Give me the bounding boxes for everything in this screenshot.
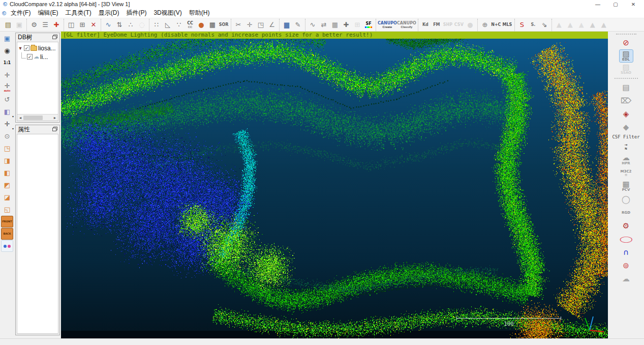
menu-item-6[interactable]: 帮助(H): [186, 9, 213, 17]
visibility-checkbox[interactable]: ✓: [24, 45, 29, 51]
screenshot-camera-icon[interactable]: ◉: [1, 45, 13, 56]
scale-bar-label: 100: [456, 321, 561, 327]
mdi-child-icon: ©: [2, 10, 6, 16]
noise-filter-icon[interactable]: ∷: [151, 19, 162, 31]
delete-icon[interactable]: ✕: [88, 19, 99, 31]
view-front-cube-icon[interactable]: FRONT: [1, 216, 13, 227]
scalar-field-icon[interactable]: SF: [363, 19, 374, 31]
view-left-icon[interactable]: ◧: [1, 167, 13, 179]
point-list-picking-icon[interactable]: ☰: [40, 19, 51, 31]
csf-shield-icon[interactable]: ◆: [620, 121, 633, 133]
close-button[interactable]: ✕: [626, 2, 641, 7]
db-tree-hscrollbar[interactable]: ◄ ►: [17, 114, 58, 121]
m3c2-plugin-icon[interactable]: M3C2∷: [620, 167, 633, 179]
visibility-checkbox[interactable]: ✓: [27, 54, 33, 60]
clone-icon[interactable]: ◫: [66, 19, 77, 31]
compass-icon[interactable]: ◈: [620, 108, 633, 120]
plane-orientation-icon[interactable]: ⇘: [539, 19, 550, 31]
connected-components-icon[interactable]: ∵: [173, 19, 185, 31]
kd-tree-icon[interactable]: Kd: [420, 19, 431, 31]
segment-scissors-icon[interactable]: ✂: [233, 19, 244, 31]
scroll-right-icon[interactable]: ►: [52, 116, 58, 120]
zoom-magnifier-icon[interactable]: ⊙: [1, 130, 13, 142]
subsample-icon[interactable]: ∴: [125, 19, 136, 31]
global-shift-icon[interactable]: ⚙: [28, 19, 40, 31]
view-back-cube-icon[interactable]: BACK: [1, 228, 13, 240]
view-right-icon[interactable]: ◪: [1, 191, 13, 203]
zoom-1-1-icon[interactable]: 1:1: [1, 57, 13, 69]
menu-item-0[interactable]: 文件(F): [7, 9, 34, 17]
pcv-plugin-icon[interactable]: ▦PCV: [620, 180, 633, 192]
perspective-cube-icon[interactable]: ◧▾: [1, 106, 13, 118]
view-top-icon[interactable]: ◳: [1, 142, 13, 154]
menu-item-1[interactable]: 编辑(E): [34, 9, 62, 17]
no-filter-icon[interactable]: ⊘: [620, 37, 633, 49]
mesh-sampling-icon[interactable]: ●: [196, 19, 207, 31]
pivot-center-icon[interactable]: ✛: [1, 69, 13, 81]
scroll-left-icon[interactable]: ◄: [17, 116, 23, 120]
cross-section-icon[interactable]: ◳: [255, 19, 266, 31]
sor-filter-icon[interactable]: SOR: [218, 19, 229, 31]
mls-smoothing-icon[interactable]: MLS: [502, 19, 513, 31]
pan-mode-icon[interactable]: ✛▾: [1, 118, 13, 130]
db-tree-title: DB树: [18, 33, 33, 42]
north-arrow-icon[interactable]: →N: [620, 140, 633, 153]
fast-marching-icon[interactable]: FM: [431, 19, 442, 31]
globe-sphere-icon[interactable]: ⊕: [479, 19, 490, 31]
edl-filter-icon[interactable]: ▨EDL: [620, 50, 633, 62]
terrain-plugin-1-icon: ▲: [554, 19, 565, 31]
point-picking-icon[interactable]: ✚: [51, 19, 62, 31]
display-options-icon[interactable]: ▣: [1, 33, 13, 44]
gears-plugin-icon[interactable]: ⚙: [620, 220, 633, 232]
menu-item-5[interactable]: 3D视图(V): [150, 9, 185, 17]
facet-magnet-icon[interactable]: ∩: [620, 246, 633, 258]
ellipse-plugin-icon[interactable]: ◯: [620, 233, 633, 245]
rotate-view-icon[interactable]: ↺: [1, 94, 13, 105]
canupo-create-icon[interactable]: CANUPOCreate: [378, 19, 397, 31]
pivot-auto-icon[interactable]: ✛auto: [1, 81, 13, 93]
sf-minmax-icon[interactable]: ⇄: [318, 19, 329, 31]
view-bottom-icon[interactable]: ◱: [1, 204, 13, 215]
sf-matrix-icon[interactable]: ▦: [329, 19, 341, 31]
ransac-plugin-icon[interactable]: ⊚: [620, 260, 633, 272]
merge-icon[interactable]: ⊞: [77, 19, 88, 31]
histogram-icon[interactable]: ▆: [281, 19, 292, 31]
menu-item-3[interactable]: 显示(D): [95, 9, 123, 17]
view-back-icon[interactable]: ◩: [1, 179, 13, 191]
tree-item[interactable]: ✓☁li...: [18, 52, 57, 61]
interactive-transformation-icon[interactable]: ✛: [244, 19, 255, 31]
sf-gradient-icon[interactable]: ∿: [307, 19, 318, 31]
menu-item-4[interactable]: 插件(P): [122, 9, 150, 17]
checker-pattern-icon[interactable]: ▦: [207, 19, 218, 31]
canupo-classify-icon[interactable]: CANUPOClassify: [397, 19, 416, 31]
hpr-plugin-icon[interactable]: ☁HPR: [620, 154, 633, 166]
cloud-ruler-icon[interactable]: ☁: [620, 273, 633, 285]
broom-clean-icon[interactable]: ⌦: [620, 95, 633, 107]
interactive-segmentation-icon[interactable]: ◺: [162, 19, 173, 31]
minimize-button[interactable]: —: [590, 2, 605, 7]
normals-plus-colors-icon[interactable]: N+C: [490, 19, 502, 31]
float-panel-icon[interactable]: [52, 128, 56, 131]
animation-icon[interactable]: ▤: [620, 81, 633, 94]
open-icon[interactable]: ▤: [3, 19, 14, 31]
stereo-mode-icon[interactable]: [1, 240, 13, 252]
terrain-plugin-3-icon: ▲: [576, 19, 587, 31]
polyline-edit-icon[interactable]: ✎: [292, 19, 303, 31]
trace-polyline-icon[interactable]: ∠: [266, 19, 278, 31]
float-panel-icon[interactable]: [52, 36, 56, 39]
view-front-icon[interactable]: ◨: [1, 155, 13, 166]
expand-arrow-icon[interactable]: ▼: [18, 46, 23, 51]
rgd-plugin-icon[interactable]: RGD: [620, 207, 633, 219]
hough-normals-icon[interactable]: ◯: [620, 193, 633, 206]
tree-item[interactable]: ▼✓liosa...: [18, 44, 57, 52]
scroll-thumb[interactable]: [23, 116, 43, 120]
sf-add-icon[interactable]: ✚: [341, 19, 352, 31]
cloud-cloud-distance-icon[interactable]: CCCC: [185, 19, 196, 31]
poisson-reconstruction-icon[interactable]: S: [516, 19, 528, 31]
menu-item-2[interactable]: 工具类(T): [62, 9, 95, 17]
maximize-button[interactable]: ▢: [608, 2, 623, 7]
curve-fit-icon[interactable]: S.: [528, 19, 539, 31]
align-icon[interactable]: ∿: [103, 19, 114, 31]
fine-registration-icon[interactable]: ⇅: [114, 19, 125, 31]
3d-viewport[interactable]: [61, 32, 608, 338]
